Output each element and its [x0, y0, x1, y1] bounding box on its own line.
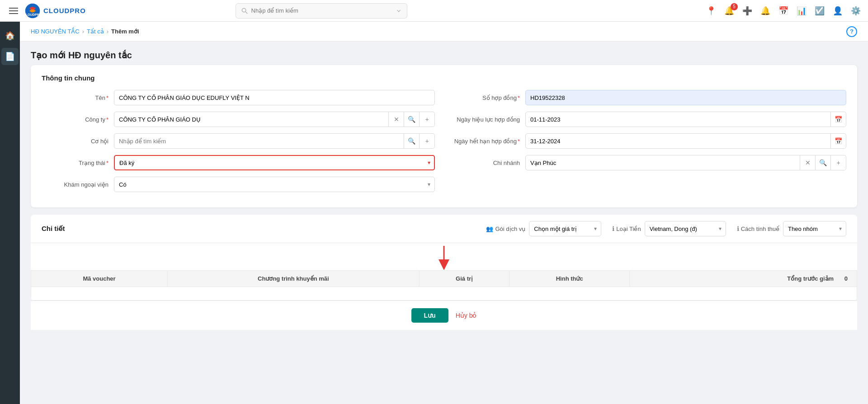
loaitien-label: ℹ Loại Tiền — [612, 225, 641, 232]
hamburger-menu[interactable] — [7, 6, 20, 16]
col-hinhthuc: Hình thức — [509, 271, 629, 287]
col-mavoucher: Mã voucher — [31, 271, 168, 287]
form-row-khamngoaivien: Khám ngoại viện Có Không — [42, 177, 435, 192]
cachtinh-label: ℹ Cách tính thuế — [737, 225, 779, 232]
input-ngayhieuluc[interactable] — [525, 112, 831, 127]
chinhanh-clear-btn[interactable]: ✕ — [800, 155, 816, 170]
select-khamngoaivien[interactable]: Có Không — [114, 177, 435, 192]
breadcrumb: HĐ NGUYÊN TẮC › Tất cả › Thêm mới — [31, 28, 139, 35]
breadcrumb-current: Thêm mới — [111, 28, 139, 35]
arrow-area — [31, 243, 857, 270]
form-grid: Tên* Công ty* ✕ 🔍 + — [42, 90, 846, 198]
cachtinh-select-wrapper: Theo nhóm — [783, 221, 846, 236]
goidichvu-option: 👥 Gói dịch vụ Chọn một giá trị — [486, 221, 601, 236]
svg-text:CLOUDPRO: CLOUDPRO — [24, 12, 41, 16]
input-ten[interactable] — [114, 90, 435, 105]
location-icon[interactable]: 📍 — [706, 6, 716, 16]
label-congty: Công ty* — [42, 116, 114, 123]
table-row-empty — [31, 287, 857, 301]
search-input[interactable] — [251, 7, 392, 14]
general-info-title: Thông tin chung — [42, 74, 846, 82]
nav-left: CLOUDPRO CLOUDPRO — [7, 3, 86, 19]
select-loaitien[interactable]: Vietnam, Dong (đ) — [645, 221, 726, 236]
form-row-sohd: Số hợp đồng* — [453, 90, 846, 105]
table-header-row: Mã voucher Chương trình khuyến mãi Giá t… — [31, 271, 857, 287]
top-navigation: CLOUDPRO CLOUDPRO 📍 🔔 5 ➕ 🔔 📅 📊 ☑️ 👤 ⚙️ — [0, 0, 868, 22]
col-chuongtrinh: Chương trình khuyến mãi — [168, 271, 420, 287]
cachtinh-info-icon: ℹ — [737, 225, 739, 232]
search-bar[interactable] — [236, 3, 407, 19]
form-row-ten: Tên* — [42, 90, 435, 105]
help-icon[interactable]: ? — [846, 26, 857, 37]
sidebar: 🏠 📄 — [0, 22, 20, 404]
chart-icon[interactable]: 📊 — [797, 6, 807, 16]
select-goidichvu[interactable]: Chọn một giá trị — [529, 221, 601, 236]
notification-icon[interactable]: 🔔 5 — [724, 6, 734, 16]
chevron-down-icon — [396, 8, 401, 14]
col-giatri: Giá trị — [419, 271, 509, 287]
cohoi-input-group: 🔍 + — [114, 133, 435, 149]
label-cohoi: Cơ hội — [42, 138, 114, 145]
breadcrumb-root[interactable]: HĐ NGUYÊN TẮC — [31, 28, 80, 35]
search-icon — [241, 8, 248, 14]
goidichvu-label: 👥 Gói dịch vụ — [486, 225, 525, 232]
chinhanh-plus-btn[interactable]: + — [831, 155, 846, 170]
checkbox-icon[interactable]: ☑️ — [815, 6, 825, 16]
svg-point-2 — [242, 8, 245, 12]
settings-icon[interactable]: ⚙️ — [851, 6, 861, 16]
input-cohoi[interactable] — [114, 133, 404, 149]
input-sohd[interactable] — [525, 90, 846, 105]
loaitien-info-icon: ℹ — [612, 225, 614, 232]
congty-input-group: ✕ 🔍 + — [114, 112, 435, 127]
input-ngayhethan[interactable] — [525, 133, 831, 149]
breadcrumb-bar: HĐ NGUYÊN TẮC › Tất cả › Thêm mới ? — [20, 22, 868, 42]
cancel-button[interactable]: Hủy bỏ — [456, 312, 477, 319]
breadcrumb-sep-1: › — [82, 28, 84, 35]
label-trangthai: Trạng thái* — [42, 160, 114, 166]
ngayhethan-calendar-btn[interactable]: 📅 — [831, 133, 846, 149]
form-right-col: Số hợp đồng* Ngày hiệu lực hợp đồng 📅 — [453, 90, 846, 198]
user-icon[interactable]: 👤 — [833, 6, 843, 16]
input-chinhanh[interactable] — [525, 155, 800, 170]
congty-search-btn[interactable]: 🔍 — [404, 112, 420, 127]
form-row-congty: Công ty* ✕ 🔍 + — [42, 112, 435, 127]
save-button[interactable]: Lưu — [411, 308, 448, 323]
general-info-card: Thông tin chung Tên* Công ty* — [31, 65, 857, 207]
label-ngayhieuluc: Ngày hiệu lực hợp đồng — [453, 116, 525, 123]
cohoi-plus-btn[interactable]: + — [420, 133, 435, 149]
sidebar-item-home[interactable]: 🏠 — [1, 27, 19, 44]
form-row-cohoi: Cơ hội 🔍 + — [42, 133, 435, 149]
page-title: Tạo mới HĐ nguyên tắc — [20, 42, 868, 65]
khamngoaivien-select-wrapper: Có Không — [114, 177, 435, 192]
loaitien-select-wrapper: Vietnam, Dong (đ) — [645, 221, 726, 236]
label-ngayhethan: Ngày hết hạn hợp đồng* — [453, 138, 525, 145]
label-ten: Tên* — [42, 94, 114, 101]
sidebar-item-contracts[interactable]: 📄 — [1, 48, 19, 65]
calendar-icon[interactable]: 📅 — [778, 6, 788, 16]
nav-right: 📍 🔔 5 ➕ 🔔 📅 📊 ☑️ 👤 ⚙️ — [706, 6, 861, 16]
breadcrumb-all[interactable]: Tất cả — [87, 28, 104, 35]
input-congty[interactable] — [114, 112, 389, 127]
svg-line-3 — [245, 12, 247, 14]
select-trangthai[interactable]: Đã ký Chờ ký Hủy — [114, 155, 435, 170]
form-row-trangthai: Trạng thái* Đã ký Chờ ký Hủy — [42, 155, 435, 170]
add-icon[interactable]: ➕ — [742, 6, 752, 16]
bell-icon[interactable]: 🔔 — [760, 6, 770, 16]
cohoi-search-btn[interactable]: 🔍 — [404, 133, 420, 149]
congty-plus-btn[interactable]: + — [420, 112, 435, 127]
total-value: 0 — [844, 275, 848, 282]
col-tongtuocgiam: Tổng trước giảm 0 — [629, 271, 857, 287]
ngayhethan-group: 📅 — [525, 133, 846, 149]
congty-clear-btn[interactable]: ✕ — [389, 112, 404, 127]
main-content: HĐ NGUYÊN TẮC › Tất cả › Thêm mới ? Tạo … — [20, 22, 868, 404]
table-wrap: Mã voucher Chương trình khuyến mãi Giá t… — [31, 270, 857, 301]
breadcrumb-sep-2: › — [107, 28, 108, 35]
chitiet-header: Chi tiết 👥 Gói dịch vụ Chọn một giá trị … — [31, 215, 857, 243]
select-cachtinh[interactable]: Theo nhóm — [783, 221, 846, 236]
ngayhieuluc-group: 📅 — [525, 112, 846, 127]
form-row-ngayhethanhd: Ngày hết hạn hợp đồng* 📅 — [453, 133, 846, 149]
ngayhieuluc-calendar-btn[interactable]: 📅 — [831, 112, 846, 127]
down-arrow-indicator — [430, 245, 458, 270]
chinhanh-search-btn[interactable]: 🔍 — [816, 155, 831, 170]
form-row-chinhanh: Chi nhánh ✕ 🔍 + — [453, 155, 846, 170]
